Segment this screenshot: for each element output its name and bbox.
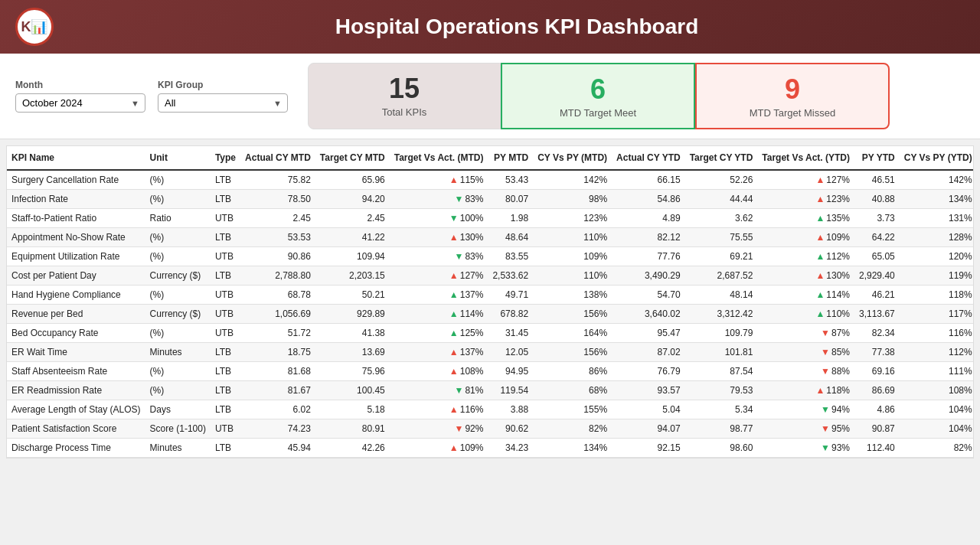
col-header-cy-vs-py-ytd: CY Vs PY (YTD)	[900, 146, 974, 170]
table-cell: 90.86	[240, 247, 315, 266]
table-body: Surgery Cancellation Rate(%)LTB75.8265.9…	[7, 170, 974, 458]
table-row: Cost per Patient DayCurrency ($)LTB2,788…	[7, 266, 974, 286]
table-cell: UTB	[211, 305, 240, 324]
kpi-group-select[interactable]: All	[158, 93, 288, 113]
table-cell: 75.82	[240, 170, 315, 190]
table-cell: 104%	[900, 400, 974, 419]
table-cell: 18.75	[240, 343, 315, 362]
table-cell: 40.88	[854, 190, 900, 209]
table-cell: ▲130%	[390, 228, 488, 247]
table-cell: ▲127%	[390, 266, 488, 286]
table-cell: LTB	[211, 266, 240, 286]
table-cell: 53.43	[488, 170, 533, 190]
table-cell: 80.07	[488, 190, 533, 209]
table-cell: 128%	[900, 228, 974, 247]
table-cell: ▲108%	[390, 362, 488, 381]
kpi-card-total: 15 Total KPIs	[308, 63, 501, 129]
col-header-tvs-ytd: Target Vs Act. (YTD)	[757, 146, 854, 170]
table-cell: 678.82	[488, 305, 533, 324]
table-cell: 94.20	[315, 190, 390, 209]
month-select[interactable]: October 2024	[15, 93, 145, 113]
table-cell: 46.21	[854, 286, 900, 305]
table-cell: Average Length of Stay (ALOS)	[7, 400, 145, 419]
table-cell: 117%	[900, 305, 974, 324]
table-cell: 65.96	[315, 170, 390, 190]
table-cell: 4.86	[854, 400, 900, 419]
table-row: Hand Hygiene Compliance(%)UTB68.7850.21▲…	[7, 286, 974, 305]
table-cell: ▲114%	[757, 286, 854, 305]
table-cell: ▼93%	[757, 439, 854, 458]
table-cell: 92.15	[612, 439, 685, 458]
table-cell: Equipment Utilization Rate	[7, 247, 145, 266]
table-cell: UTB	[211, 324, 240, 343]
col-header-kpi-name: KPI Name	[7, 146, 145, 170]
table-cell: 112.40	[854, 439, 900, 458]
table-cell: (%)	[145, 190, 211, 209]
table-cell: 156%	[533, 305, 612, 324]
table-cell: LTB	[211, 362, 240, 381]
table-cell: ▲115%	[390, 170, 488, 190]
table-cell: ▲127%	[757, 170, 854, 190]
table-cell: 77.38	[854, 343, 900, 362]
table-cell: 3,113.67	[854, 305, 900, 324]
table-cell: ▲123%	[757, 190, 854, 209]
table-cell: 110%	[533, 266, 612, 286]
table-cell: 48.14	[685, 286, 758, 305]
table-cell: ▲110%	[757, 305, 854, 324]
table-cell: 109%	[533, 247, 612, 266]
table-cell: 6.02	[240, 400, 315, 419]
kpi-table: KPI Name Unit Type Actual CY MTD Target …	[7, 146, 974, 458]
table-cell: 77.76	[612, 247, 685, 266]
table-cell: 82%	[533, 419, 612, 439]
table-cell: 87.54	[685, 362, 758, 381]
table-cell: ▼81%	[390, 381, 488, 400]
table-cell: 5.18	[315, 400, 390, 419]
col-header-py-mtd: PY MTD	[488, 146, 533, 170]
table-cell: ▲109%	[390, 439, 488, 458]
table-cell: Discharge Process Time	[7, 439, 145, 458]
table-cell: 119%	[900, 266, 974, 286]
table-cell: 65.05	[854, 247, 900, 266]
table-cell: 13.69	[315, 343, 390, 362]
table-cell: Minutes	[145, 343, 211, 362]
table-cell: ▲118%	[757, 381, 854, 400]
table-cell: Currency ($)	[145, 266, 211, 286]
table-cell: ▼85%	[757, 343, 854, 362]
month-label: Month	[15, 80, 145, 90]
table-cell: (%)	[145, 381, 211, 400]
table-cell: 87.02	[612, 343, 685, 362]
table-cell: 142%	[900, 170, 974, 190]
table-cell: 2,788.80	[240, 266, 315, 286]
table-cell: 118%	[900, 286, 974, 305]
table-cell: 108%	[900, 381, 974, 400]
table-cell: 110%	[533, 228, 612, 247]
table-row: Surgery Cancellation Rate(%)LTB75.8265.9…	[7, 170, 974, 190]
kpi-group-filter-group: KPI Group All ▼	[158, 80, 288, 113]
table-row: Revenue per BedCurrency ($)UTB1,056.6992…	[7, 305, 974, 324]
table-cell: UTB	[211, 419, 240, 439]
total-kpi-value: 15	[324, 73, 485, 105]
table-cell: 131%	[900, 209, 974, 228]
table-cell: 69.21	[685, 247, 758, 266]
table-cell: ▼95%	[757, 419, 854, 439]
table-cell: (%)	[145, 228, 211, 247]
table-cell: 79.53	[685, 381, 758, 400]
kpi-table-container: KPI Name Unit Type Actual CY MTD Target …	[6, 145, 974, 459]
table-cell: LTB	[211, 400, 240, 419]
table-cell: 69.16	[854, 362, 900, 381]
table-cell: 3,312.42	[685, 305, 758, 324]
table-cell: 111%	[900, 362, 974, 381]
table-cell: 1.98	[488, 209, 533, 228]
table-cell: Minutes	[145, 439, 211, 458]
table-cell: Days	[145, 400, 211, 419]
table-cell: ▼94%	[757, 400, 854, 419]
table-cell: 50.21	[315, 286, 390, 305]
table-row: Discharge Process TimeMinutesLTB45.9442.…	[7, 439, 974, 458]
table-cell: 109.79	[685, 324, 758, 343]
table-row: ER Readmission Rate(%)LTB81.67100.45▼81%…	[7, 381, 974, 400]
table-cell: Staff Absenteeism Rate	[7, 362, 145, 381]
table-cell: ▲130%	[757, 266, 854, 286]
table-cell: 116%	[900, 324, 974, 343]
table-cell: ▲109%	[757, 228, 854, 247]
header: K📊 Hospital Operations KPI Dashboard	[0, 0, 980, 54]
